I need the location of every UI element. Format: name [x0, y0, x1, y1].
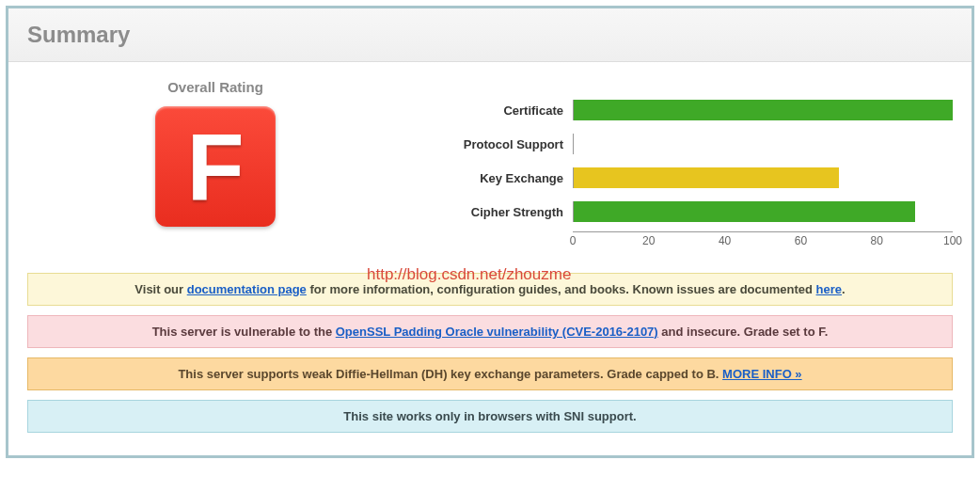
- top-row: Overall Rating F CertificateProtocol Sup…: [27, 79, 953, 250]
- more-info-link[interactable]: MORE INFO »: [722, 367, 802, 381]
- notice-text: This site works only in browsers with SN…: [343, 409, 636, 423]
- chart-tick: 20: [642, 234, 655, 247]
- notice-text: Visit our: [134, 282, 186, 296]
- chart-axis: 020406080100: [573, 231, 953, 250]
- chart-tick: 40: [719, 234, 731, 247]
- chart: CertificateProtocol SupportKey ExchangeC…: [441, 79, 953, 250]
- rating-label: Overall Rating: [27, 79, 403, 95]
- panel-body: Overall Rating F CertificateProtocol Sup…: [8, 62, 972, 455]
- rating-column: Overall Rating F: [27, 79, 403, 250]
- notice-list: Visit our documentation page for more in…: [27, 273, 953, 433]
- notice: This server is vulnerable to the OpenSSL…: [27, 315, 953, 348]
- chart-category-label: Cipher Strength: [441, 205, 573, 219]
- chart-tick: 0: [570, 234, 577, 247]
- documentation-link[interactable]: documentation page: [187, 282, 307, 296]
- panel-title: Summary: [8, 8, 972, 62]
- notice-text: This server supports weak Diffie-Hellman…: [178, 367, 722, 381]
- chart-row: Key Exchange: [441, 164, 953, 192]
- chart-bar: [574, 201, 915, 222]
- chart-row: Protocol Support: [441, 130, 953, 158]
- notice-text: .: [842, 282, 846, 296]
- summary-panel: Summary Overall Rating F CertificateProt…: [6, 6, 974, 458]
- notice-text: for more information, configuration guid…: [307, 282, 816, 296]
- chart-category-label: Protocol Support: [441, 137, 573, 151]
- watermark-center: http://blog.csdn.net/zhouzme: [367, 265, 571, 284]
- chart-track: [573, 100, 953, 120]
- chart-track: [573, 167, 953, 188]
- chart-bar: [574, 167, 839, 188]
- notice-text: This server is vulnerable to the: [152, 325, 336, 339]
- cve-link[interactable]: OpenSSL Padding Oracle vulnerability (CV…: [336, 325, 658, 339]
- chart-tick: 60: [795, 234, 807, 247]
- chart-track: [573, 134, 953, 154]
- grade-badge: F: [155, 106, 276, 227]
- chart-category-label: Key Exchange: [441, 171, 573, 185]
- notice: This server supports weak Diffie-Hellman…: [27, 357, 953, 390]
- notice: This site works only in browsers with SN…: [27, 400, 953, 433]
- known-issues-link[interactable]: here: [816, 282, 842, 296]
- chart-bar: [574, 100, 953, 120]
- chart-track: [573, 201, 953, 222]
- chart-tick: 100: [943, 234, 962, 247]
- notice-text: and insecure. Grade set to F.: [658, 325, 829, 339]
- chart-row: Cipher Strength: [441, 198, 953, 226]
- chart-category-label: Certificate: [441, 103, 573, 118]
- chart-tick: 80: [871, 234, 883, 247]
- chart-row: Certificate: [441, 96, 953, 124]
